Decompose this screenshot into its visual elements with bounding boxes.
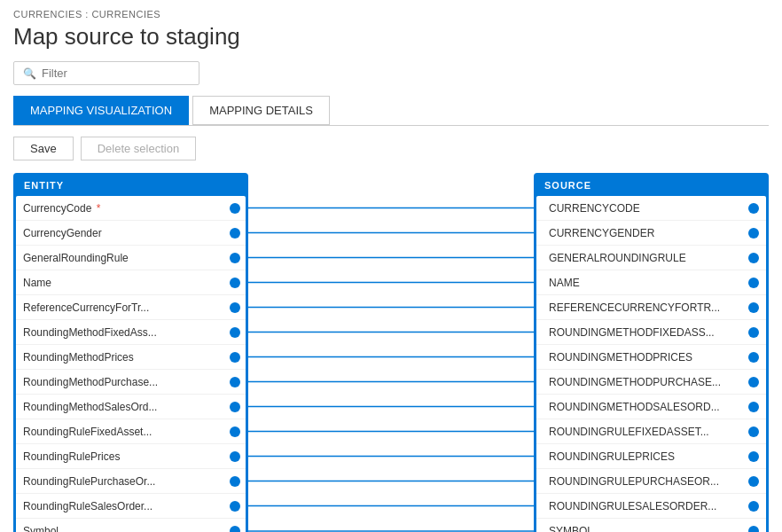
source-panel-rows: CURRENCYCODECURRENCYGENDERGENERALROUNDIN… <box>536 196 766 532</box>
source-row[interactable]: ROUNDINGRULESALESORDER... <box>536 494 766 519</box>
entity-row[interactable]: CurrencyGender <box>16 221 246 246</box>
entity-row[interactable]: CurrencyCode * <box>16 196 246 221</box>
source-dot <box>748 278 759 288</box>
source-dot <box>748 402 759 412</box>
source-row[interactable]: ROUNDINGMETHODSALESORD... <box>536 395 766 419</box>
source-dot <box>748 501 759 512</box>
source-row[interactable]: ROUNDINGMETHODPURCHASE... <box>536 370 766 395</box>
entity-panel-rows: CurrencyCode *CurrencyGenderGeneralRound… <box>16 196 246 532</box>
entity-row[interactable]: Symbol <box>16 519 246 532</box>
source-panel-header: SOURCE <box>534 173 769 196</box>
entity-row[interactable]: RoundingRuleSalesOrder... <box>16 494 246 519</box>
toolbar: Save Delete selection <box>13 137 769 160</box>
entity-row[interactable]: RoundingMethodSalesOrd... <box>16 395 246 419</box>
entity-panel: ENTITY CurrencyCode *CurrencyGenderGener… <box>13 173 248 532</box>
entity-row[interactable]: GeneralRoundingRule <box>16 246 246 270</box>
source-row[interactable]: REFERENCECURRENCYFORTR... <box>536 295 766 320</box>
entity-dot <box>230 426 240 437</box>
entity-row[interactable]: RoundingRulePurchaseOr... <box>16 469 246 494</box>
source-row[interactable]: NAME <box>536 270 766 295</box>
entity-dot <box>230 526 240 532</box>
entity-row[interactable]: RoundingRulePrices <box>16 444 246 469</box>
source-row[interactable]: ROUNDINGMETHODPRICES <box>536 345 766 370</box>
source-panel: SOURCE CURRENCYCODECURRENCYGENDERGENERAL… <box>534 173 769 532</box>
entity-dot <box>230 402 240 412</box>
mapping-area: ENTITY CurrencyCode *CurrencyGenderGener… <box>13 173 769 532</box>
source-dot <box>748 302 759 313</box>
source-dot <box>748 352 759 363</box>
source-row[interactable]: CURRENCYCODE <box>536 196 766 221</box>
entity-dot <box>230 501 240 512</box>
source-dot <box>748 228 759 239</box>
source-dot <box>748 526 759 532</box>
source-row[interactable]: SYMBOL <box>536 519 766 532</box>
entity-panel-header: ENTITY <box>13 173 248 196</box>
connector-lines <box>248 173 534 532</box>
entity-row[interactable]: RoundingMethodPrices <box>16 345 246 370</box>
delete-selection-button[interactable]: Delete selection <box>81 137 197 160</box>
entity-dot <box>230 228 240 239</box>
entity-row[interactable]: Name <box>16 270 246 295</box>
source-dot <box>748 253 759 263</box>
entity-dot <box>230 327 240 338</box>
entity-dot <box>230 302 240 313</box>
entity-dot <box>230 253 240 263</box>
source-row[interactable]: ROUNDINGMETHODFIXEDASS... <box>536 320 766 345</box>
entity-dot <box>230 278 240 288</box>
source-row[interactable]: CURRENCYGENDER <box>536 221 766 246</box>
source-dot <box>748 476 759 487</box>
entity-row[interactable]: RoundingRuleFixedAsset... <box>16 419 246 444</box>
entity-dot <box>230 203 240 214</box>
source-dot <box>748 203 759 214</box>
entity-dot <box>230 352 240 363</box>
source-row[interactable]: ROUNDINGRULEPRICES <box>536 444 766 469</box>
source-dot <box>748 377 759 387</box>
filter-input[interactable] <box>42 66 190 80</box>
tab-mapping-visualization[interactable]: MAPPING VISUALIZATION <box>13 96 189 125</box>
source-dot <box>748 426 759 437</box>
entity-dot <box>230 451 240 462</box>
search-icon: 🔍 <box>23 67 36 80</box>
entity-row[interactable]: ReferenceCurrencyForTr... <box>16 295 246 320</box>
filter-box[interactable]: 🔍 <box>13 61 199 85</box>
source-row[interactable]: GENERALROUNDINGRULE <box>536 246 766 270</box>
tab-bar: MAPPING VISUALIZATION MAPPING DETAILS <box>13 96 769 126</box>
breadcrumb: CURRENCIES : CURRENCIES <box>13 9 769 20</box>
entity-dot <box>230 476 240 487</box>
source-dot <box>748 327 759 338</box>
source-row[interactable]: ROUNDINGRULEFIXEDASSET... <box>536 419 766 444</box>
source-row[interactable]: ROUNDINGRULEPURCHASEOR... <box>536 469 766 494</box>
source-dot <box>748 451 759 462</box>
save-button[interactable]: Save <box>13 137 74 160</box>
entity-row[interactable]: RoundingMethodPurchase... <box>16 370 246 395</box>
entity-dot <box>230 377 240 387</box>
entity-row[interactable]: RoundingMethodFixedAss... <box>16 320 246 345</box>
tab-mapping-details[interactable]: MAPPING DETAILS <box>192 96 330 125</box>
page-title: Map source to staging <box>13 23 769 51</box>
